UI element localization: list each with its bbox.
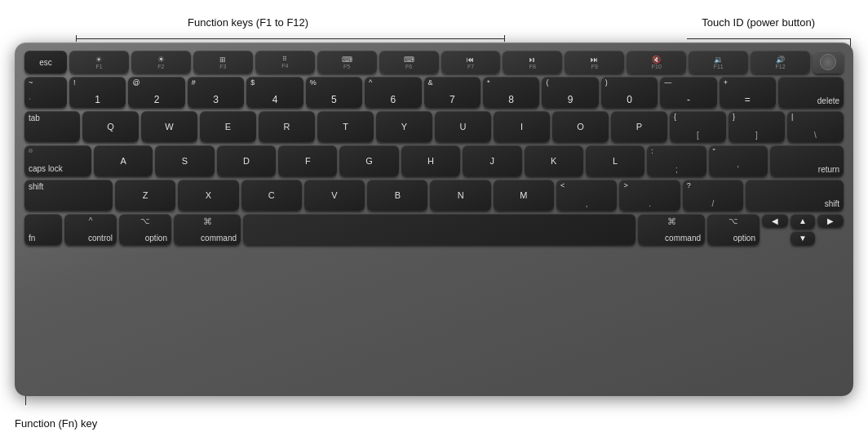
key-f8[interactable]: ⏯ F8 [503,51,562,74]
key-f12[interactable]: 🔊 F12 [751,51,810,74]
key-shift-right[interactable]: shift [746,180,844,211]
key-m[interactable]: M [494,180,554,211]
key-x[interactable]: X [178,180,238,211]
key-backtick[interactable]: ~ ` [24,77,67,108]
key-5[interactable]: % 5 [306,77,362,108]
key-space[interactable] [243,214,636,245]
key-9[interactable]: ( 9 [542,77,598,108]
key-caps-lock[interactable]: caps lock [24,145,91,176]
key-f2[interactable]: ☀ F2 [131,51,191,74]
key-z[interactable]: Z [115,180,175,211]
key-c[interactable]: C [241,180,302,211]
key-f10[interactable]: 🔇 F10 [627,51,686,74]
key-r[interactable]: R [259,111,315,142]
key-shift-left[interactable]: shift [24,180,113,211]
key-arrow-left[interactable]: ◀ [762,214,788,227]
key-quote[interactable]: " ' [709,145,768,176]
key-2[interactable]: @ 2 [128,77,184,108]
key-backslash[interactable]: | \ [787,111,844,142]
key-f6[interactable]: ⌨ F6 [379,51,439,74]
key-a[interactable]: A [94,145,153,176]
key-d[interactable]: D [217,145,276,176]
touchid-label: Touch ID (power button) [702,16,815,29]
key-option-right[interactable]: ⌥ option [707,214,760,245]
key-8[interactable]: * 8 [483,77,539,108]
key-fn[interactable]: fn [24,214,62,245]
key-command-right[interactable]: ⌘ command [638,214,705,245]
arrow-up-down: ▲ ▼ [790,214,815,245]
key-g[interactable]: G [339,145,398,176]
fn-keys-line-right [504,35,505,42]
key-tab[interactable]: tab [24,111,80,142]
key-6[interactable]: ^ 6 [365,77,421,108]
key-right-bracket[interactable]: } ] [728,111,785,142]
touchid-circle [820,54,836,70]
key-f7[interactable]: ⏮ F7 [441,51,501,74]
asdf-row: caps lock A S D F G H J K L : ; " ' retu… [24,145,844,176]
key-arrow-up[interactable]: ▲ [790,214,815,229]
key-w[interactable]: W [141,111,197,142]
key-o[interactable]: O [552,111,609,142]
key-7[interactable]: & 7 [424,77,480,108]
key-u[interactable]: U [435,111,491,142]
key-4[interactable]: $ 4 [246,77,303,108]
key-f11[interactable]: 🔉 F11 [689,51,748,74]
key-t[interactable]: T [317,111,374,142]
key-command-left[interactable]: ⌘ command [174,214,241,245]
bottom-row: fn ^ control ⌥ option ⌘ command ⌘ comm [24,214,844,245]
fn-row: esc ☀ F1 ☀ F2 ⊞ F3 ⠿ F4 [24,51,844,74]
key-i[interactable]: I [494,111,550,142]
qwerty-row: tab Q W E R T Y U I O P { [ } ] | [24,111,844,142]
key-control[interactable]: ^ control [64,214,117,245]
key-b[interactable]: B [367,180,427,211]
key-f5[interactable]: ⌨ F5 [317,51,377,74]
key-comma[interactable]: < , [556,180,617,211]
key-1[interactable]: ! 1 [69,77,126,108]
fn-keys-line-left [76,35,77,42]
key-minus[interactable]: — - [660,77,716,108]
key-k[interactable]: K [525,145,583,176]
key-e[interactable]: E [200,111,256,142]
key-semicolon[interactable]: : ; [647,145,706,176]
fn-key-label: Function (Fn) key [15,417,97,430]
key-esc[interactable]: esc [24,51,67,74]
key-h[interactable]: H [401,145,460,176]
key-n[interactable]: N [430,180,490,211]
key-0[interactable]: ) 0 [601,77,658,108]
key-s[interactable]: S [155,145,214,176]
caps-lock-indicator [29,149,33,153]
key-y[interactable]: Y [376,111,432,142]
key-left-bracket[interactable]: { [ [670,111,726,142]
key-f4[interactable]: ⠿ F4 [255,51,315,74]
arrow-top-row: ◀ ▲ ▼ ▶ [762,214,844,245]
fn-keys-line [76,38,504,39]
key-f1[interactable]: ☀ F1 [69,51,129,74]
zxcv-row: shift Z X C V B N M < , > . ? / [24,180,844,211]
key-delete[interactable]: delete [778,77,844,108]
keyboard: esc ☀ F1 ☀ F2 ⊞ F3 ⠿ F4 [15,42,853,396]
key-v[interactable]: V [304,180,365,211]
key-arrow-down[interactable]: ▼ [790,231,815,246]
key-l[interactable]: L [586,145,644,176]
key-return[interactable]: return [770,145,844,176]
touchid-hline [687,38,850,39]
arrow-cluster: ◀ ▲ ▼ ▶ [762,214,844,245]
number-row: ~ ` ! 1 @ 2 # 3 $ 4 [24,77,844,108]
key-arrow-right[interactable]: ▶ [817,214,844,227]
key-option-left[interactable]: ⌥ option [119,214,171,245]
key-f3[interactable]: ⊞ F3 [193,51,253,74]
key-j[interactable]: J [463,145,521,176]
key-touchid[interactable] [813,51,844,74]
fn-keys-label: Function keys (F1 to F12) [188,16,308,29]
key-q[interactable]: Q [82,111,139,142]
key-p[interactable]: P [611,111,667,142]
key-3[interactable]: # 3 [188,77,244,108]
key-equals[interactable]: + = [720,77,776,108]
key-f[interactable]: F [278,145,337,176]
key-slash[interactable]: ? / [683,180,743,211]
key-period[interactable]: > . [619,180,680,211]
key-f9[interactable]: ⏭ F9 [565,51,624,74]
